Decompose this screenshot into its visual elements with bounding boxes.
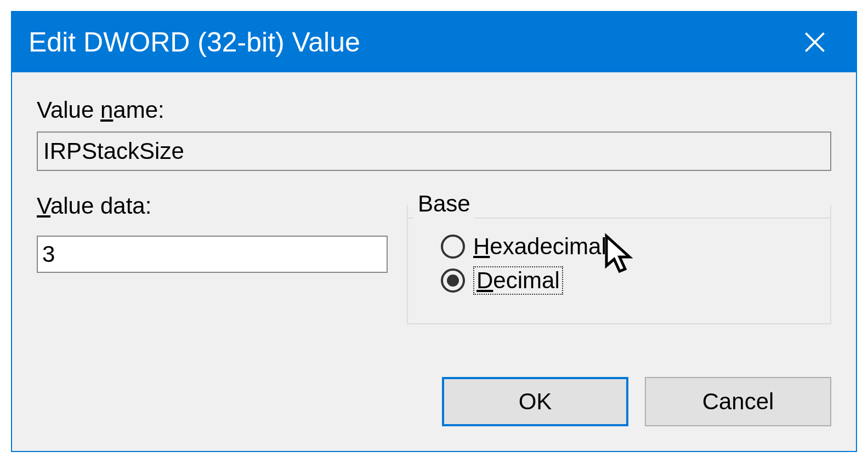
dialog-title: Edit DWORD (32-bit) Value: [29, 26, 360, 58]
cancel-button[interactable]: Cancel: [645, 377, 831, 426]
base-groupbox: Base Hexadecimal Decimal: [407, 205, 831, 324]
buttons-row: OK Cancel: [12, 377, 856, 451]
radio-hexadecimal-row: Hexadecimal: [441, 233, 808, 260]
edit-dword-dialog: Edit DWORD (32-bit) Value Value name: Va…: [11, 11, 857, 452]
base-legend: Base: [413, 191, 475, 217]
titlebar: Edit DWORD (32-bit) Value: [12, 12, 856, 72]
ok-button[interactable]: OK: [442, 377, 628, 426]
close-button[interactable]: [790, 18, 839, 67]
radio-decimal-label[interactable]: Decimal: [473, 266, 563, 295]
radio-decimal[interactable]: [441, 268, 465, 293]
close-icon: [804, 32, 825, 53]
radio-dot-icon: [447, 275, 459, 287]
value-data-input[interactable]: [37, 236, 388, 273]
value-name-input[interactable]: [37, 132, 831, 171]
radio-hexadecimal[interactable]: [441, 235, 465, 259]
radio-hexadecimal-label[interactable]: Hexadecimal: [473, 233, 606, 260]
value-data-label: Value data:: [37, 193, 388, 219]
radio-decimal-row: Decimal: [441, 266, 808, 295]
dialog-content: Value name: Value data: Base: [12, 72, 856, 377]
value-name-label: Value name:: [37, 97, 831, 123]
